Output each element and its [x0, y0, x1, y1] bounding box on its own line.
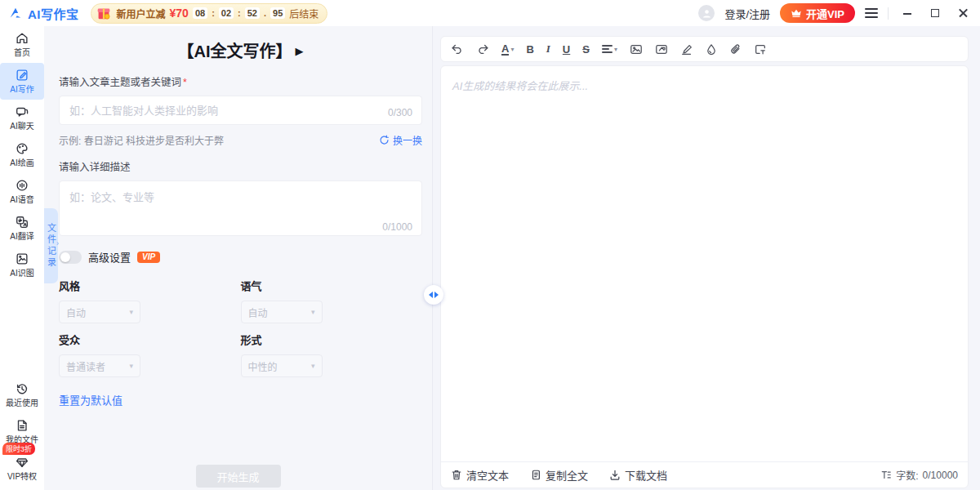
media-icon [655, 43, 668, 56]
countdown-seconds: 52 [245, 7, 260, 19]
redo-button[interactable] [476, 41, 489, 57]
restore-button[interactable] [926, 7, 944, 20]
strikethrough-button[interactable]: S [582, 41, 590, 57]
brush-icon [680, 43, 693, 56]
vip-tag: VIP [137, 252, 160, 263]
image-recognition-icon [15, 252, 29, 266]
crown-icon [791, 8, 802, 18]
palette-icon [15, 141, 29, 156]
audience-select[interactable]: 普通读者 ▾ [59, 354, 140, 377]
page-title-text: 【AI全文写作】 [178, 38, 292, 62]
compose-icon [15, 68, 29, 82]
shuffle-link[interactable]: 换一换 [379, 133, 422, 147]
underline-button[interactable]: U [563, 41, 570, 57]
chevron-down-icon: ▾ [311, 308, 315, 316]
countdown-minutes: 02 [219, 7, 234, 19]
translate-icon [15, 215, 29, 229]
sidebar-item-label: VIP特权 [7, 472, 37, 481]
bold-button[interactable]: B [526, 41, 533, 57]
sidebar-item-vip-privileges[interactable]: 限时3折 VIP特权 [0, 450, 44, 487]
description-label: 请输入详细描述 [59, 158, 422, 174]
countdown-millis: 95 [270, 7, 285, 19]
chevron-right-icon: › [56, 239, 59, 247]
gift-icon [95, 4, 113, 22]
required-mark: * [183, 77, 187, 88]
topic-label: 请输入文章主题或者关键词* [59, 74, 422, 89]
voice-icon [15, 178, 29, 193]
sidebar-item-ai-writing[interactable]: AI写作 [0, 63, 44, 100]
countdown-sep: . [264, 8, 266, 18]
format-painter-button[interactable] [754, 41, 767, 57]
format-painter-icon [754, 43, 767, 56]
italic-button[interactable]: I [546, 41, 550, 57]
style-select[interactable]: 自动 ▾ [59, 301, 140, 323]
sidebar-item-ai-translate[interactable]: AI翻译 [0, 210, 44, 247]
title-arrow-icon[interactable]: ▶ [296, 45, 304, 57]
app-name: AI写作宝 [28, 5, 79, 22]
sidebar-item-ai-image-recognition[interactable]: AI识图 [0, 247, 44, 283]
file-records-drawer[interactable]: 文件记录 › [44, 208, 58, 283]
generate-button[interactable]: 开始生成 [196, 465, 281, 488]
close-button[interactable] [954, 7, 972, 20]
promo-banner[interactable]: 新用户立减 ¥70 08 : 02 : 52 . 95 后结束 [91, 3, 328, 24]
promo-amount: ¥70 [170, 7, 189, 20]
sidebar-item-home[interactable]: 首页 [0, 26, 44, 63]
insert-image-button[interactable] [630, 41, 643, 57]
minimize-button[interactable] [898, 7, 916, 20]
countdown-sep: : [212, 8, 215, 18]
topic-counter: 0/300 [388, 107, 412, 118]
login-link[interactable]: 登录/注册 [724, 6, 770, 21]
advanced-settings-toggle[interactable] [59, 251, 82, 264]
align-button[interactable]: ▾ [602, 41, 617, 57]
result-area: A▾ B I U S ▾ AI生成的结果将会在此展示... [434, 26, 980, 490]
image-icon [630, 43, 643, 56]
word-count-value: 0/10000 [923, 470, 958, 481]
refresh-icon [379, 135, 390, 145]
brush-button[interactable] [680, 41, 693, 57]
collapse-left-icon [429, 292, 433, 298]
tone-select[interactable]: 自动 ▾ [241, 301, 323, 323]
style-label: 风格 [59, 278, 241, 293]
editor-placeholder: AI生成的结果将会在此展示... [441, 66, 968, 105]
sidebar-item-recent[interactable]: 最近使用 [0, 376, 44, 413]
download-doc-button[interactable]: 下载文档 [609, 467, 667, 483]
example-text: 示例: 春日游记 科技进步是否利大于弊 [59, 133, 224, 147]
avatar[interactable] [698, 5, 715, 21]
audience-label: 受众 [59, 332, 241, 347]
copy-icon [530, 469, 541, 481]
copy-all-button[interactable]: 复制全文 [530, 467, 588, 483]
sidebar: 首页 AI写作 AI聊天 AI绘画 AI语音 AI翻译 AI识图 最近使用 我的… [0, 26, 44, 490]
chevron-down-icon: ▾ [129, 362, 133, 370]
ink-button[interactable] [706, 41, 717, 57]
sidebar-item-ai-voice[interactable]: AI语音 [0, 173, 44, 210]
redo-icon [476, 43, 489, 55]
reset-defaults-link[interactable]: 重置为默认值 [59, 392, 122, 408]
format-select[interactable]: 中性的 ▾ [241, 354, 323, 377]
sidebar-item-ai-chat[interactable]: AI聊天 [0, 100, 44, 136]
font-color-button[interactable]: A▾ [501, 41, 514, 57]
style-value: 自动 [66, 305, 129, 319]
collapse-right-icon [434, 292, 439, 298]
ink-drop-icon [706, 43, 717, 56]
panel-collapse-handle[interactable] [424, 285, 443, 305]
bold-icon: B [526, 43, 533, 56]
top-bar: AI写作宝 新用户立减 ¥70 08 : 02 : 52 . 95 后结束 登录… [0, 0, 980, 26]
sidebar-item-ai-paint[interactable]: AI绘画 [0, 136, 44, 173]
insert-media-button[interactable] [655, 41, 668, 57]
sidebar-item-label: AI聊天 [10, 122, 33, 131]
sidebar-item-label: AI翻译 [10, 232, 33, 241]
topic-input[interactable] [59, 96, 422, 125]
font-color-icon: A [501, 43, 509, 56]
result-editor[interactable]: AI生成的结果将会在此展示... 清空文本 复制全文 下载文档 字数: 0/10… [440, 65, 969, 488]
promo-text: 新用户立减 [117, 7, 166, 20]
menu-icon[interactable] [865, 8, 878, 18]
word-count-icon [880, 470, 892, 480]
undo-button[interactable] [451, 41, 464, 57]
italic-icon: I [546, 42, 550, 56]
open-vip-button[interactable]: 开通VIP [780, 3, 855, 23]
discount-badge: 限时3折 [2, 443, 35, 455]
description-textarea[interactable] [59, 180, 422, 236]
chevron-down-icon: ▾ [129, 308, 133, 316]
clear-text-button[interactable]: 清空文本 [451, 467, 509, 483]
attachment-button[interactable] [729, 41, 742, 57]
